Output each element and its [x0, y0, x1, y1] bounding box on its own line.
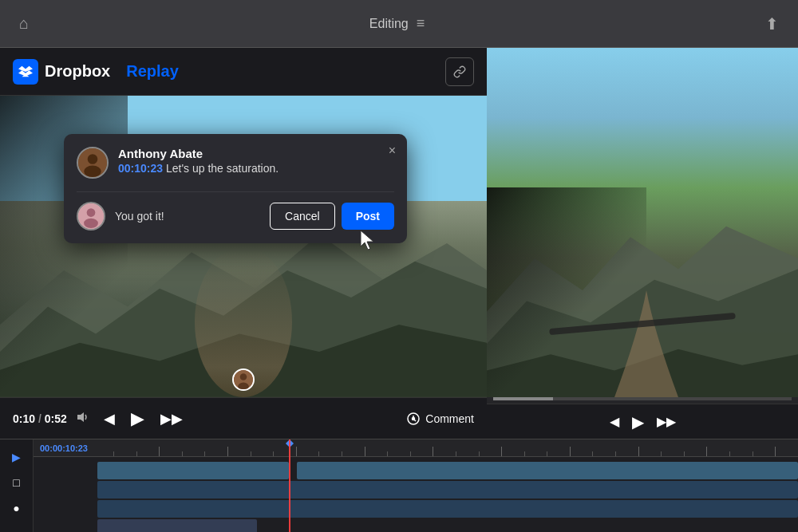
reply-text: You got it!: [115, 210, 260, 223]
comment-author-name: Anthony Abate: [118, 147, 394, 160]
logo-area: Dropbox ​ Replay: [13, 59, 179, 85]
svg-marker-0: [18, 65, 33, 71]
top-bar-center: Editing ≡: [369, 15, 425, 32]
svg-point-7: [240, 373, 247, 380]
timeline-circle[interactable]: ●: [6, 499, 28, 518]
svg-point-19: [413, 417, 415, 420]
cursor-pointer: [359, 229, 377, 254]
play-button[interactable]: ▶: [128, 405, 148, 432]
top-bar: ⌂ Editing ≡ ⬆: [0, 0, 798, 48]
right-panel: ◀ ▶ ▶▶: [487, 48, 798, 439]
video-controls: 0:10 / 0:52 ◀ ▶ ▶▶ +: [0, 397, 487, 439]
comment-reply-row: You got it! Cancel Post: [77, 191, 394, 231]
main-content: Dropbox ​ Replay: [0, 48, 798, 439]
cancel-button[interactable]: Cancel: [270, 203, 335, 230]
reply-avatar: [77, 202, 105, 231]
right-step-forward-button[interactable]: ▶▶: [657, 414, 676, 429]
share-icon[interactable]: ⬆: [765, 14, 779, 33]
right-controls: ◀ ▶ ▶▶: [487, 404, 798, 439]
right-play-button[interactable]: ▶: [632, 412, 644, 432]
timeline-controls: ▶ □ ●: [0, 439, 34, 532]
timeline-track-4: [34, 519, 798, 532]
left-header: Dropbox ​ Replay: [0, 48, 487, 96]
comment-button[interactable]: + Comment: [406, 412, 474, 426]
volume-icon[interactable]: [77, 412, 91, 426]
right-progress-fill: [493, 397, 553, 400]
comment-author-avatar: [77, 147, 109, 179]
comment-message: Let's up the saturation.: [163, 162, 279, 175]
right-progress-bar: [493, 397, 792, 400]
editing-title: Editing: [369, 17, 409, 31]
dropbox-text: Dropbox: [45, 62, 110, 81]
comment-timestamp: 00:10:23: [118, 162, 163, 175]
timeline-tracks: [34, 457, 798, 532]
replay-text: Replay: [126, 62, 179, 81]
video-avatar: [232, 368, 255, 391]
track-clip-3[interactable]: [97, 500, 798, 518]
dropbox-logo-icon: [13, 59, 38, 85]
timeline-main: 00:00:10:23: [34, 439, 798, 532]
timeline-track-2: [34, 481, 798, 499]
step-back-button[interactable]: ◀: [101, 407, 118, 431]
current-time: 0:10 / 0:52: [13, 412, 67, 425]
comment-body: Anthony Abate 00:10:23 Let's up the satu…: [118, 147, 394, 175]
track-clip-4[interactable]: [97, 519, 257, 532]
svg-point-14: [84, 219, 98, 228]
right-step-back-button[interactable]: ◀: [610, 414, 619, 429]
comment-header: Anthony Abate 00:10:23 Let's up the satu…: [77, 147, 394, 179]
timeline-checkbox[interactable]: □: [6, 473, 28, 492]
track-clip-1b[interactable]: [297, 462, 798, 479]
timeline-area: ▶ □ ● 00:00:10:23: [0, 439, 798, 532]
video-area: × Anthony Abate 00:10:23 Let's up the sa…: [0, 96, 487, 397]
timeline-track-1: [34, 462, 798, 479]
comment-close-button[interactable]: ×: [389, 144, 396, 158]
svg-point-11: [84, 166, 101, 177]
comment-label: Comment: [425, 412, 474, 425]
svg-marker-15: [77, 412, 84, 422]
right-video-area: [487, 48, 798, 397]
reply-actions: Cancel Post: [270, 203, 394, 230]
right-video-background: [487, 48, 798, 397]
svg-point-10: [88, 154, 98, 164]
menu-icon[interactable]: ≡: [417, 15, 425, 32]
timeline-timecode: 00:00:10:23: [40, 443, 88, 453]
link-copy-button[interactable]: [445, 57, 474, 86]
comment-text: 00:10:23 Let's up the saturation.: [118, 162, 394, 175]
timeline-track-3: [34, 500, 798, 518]
comment-popup: × Anthony Abate 00:10:23 Let's up the sa…: [64, 134, 407, 243]
svg-point-8: [238, 382, 249, 390]
track-clip-2[interactable]: [97, 481, 798, 499]
step-forward-button[interactable]: ▶▶: [157, 407, 186, 431]
ruler-playhead: [289, 439, 290, 456]
timeline-play-button[interactable]: ▶: [6, 447, 28, 467]
track-clip-1a[interactable]: [97, 462, 289, 479]
timeline-ruler: 00:00:10:23: [34, 439, 798, 457]
svg-point-13: [87, 208, 96, 217]
home-icon[interactable]: ⌂: [19, 14, 29, 33]
left-panel: Dropbox ​ Replay: [0, 48, 487, 439]
post-button[interactable]: Post: [342, 203, 394, 230]
